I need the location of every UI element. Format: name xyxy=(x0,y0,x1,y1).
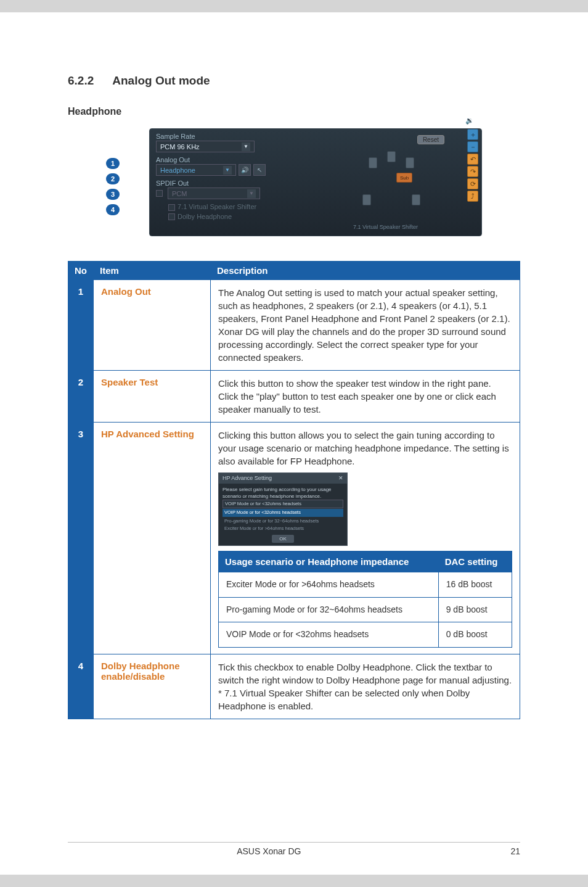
plus-icon[interactable]: ＋ xyxy=(467,129,478,140)
table-row: Pro-gaming Mode or for 32~64ohms headset… xyxy=(219,597,512,622)
close-icon[interactable]: ✕ xyxy=(338,474,343,482)
virtual-speaker-shifter-option[interactable]: 7.1 Virtual Speaker Shifter xyxy=(168,203,329,211)
page-footer: ASUS Xonar DG 21 xyxy=(0,846,588,856)
dialog-option[interactable]: Pro-gaming Mode or for 32~64ohms headset… xyxy=(223,518,343,526)
row-no: 3 xyxy=(68,423,94,654)
spdif-checkbox[interactable] xyxy=(156,190,163,197)
speaker-ls-icon[interactable] xyxy=(362,194,371,205)
chevron-down-icon: ▼ xyxy=(223,166,232,175)
diagram-caption: 7.1 Virtual Speaker Shifter xyxy=(353,224,418,230)
dialog-text: Please select gain tuning according to y… xyxy=(223,486,343,500)
spdif-out-dropdown[interactable]: PCM ▼ xyxy=(168,188,260,199)
subwoofer-icon[interactable]: Sub xyxy=(396,173,412,183)
analog-out-dropdown[interactable]: Headphone ▼ xyxy=(156,164,236,176)
sample-rate-dropdown[interactable]: PCM 96 KHz ▼ xyxy=(156,141,255,152)
row-no: 4 xyxy=(68,654,94,719)
dialog-selected-option[interactable]: VOIP Mode or for <32ohms headsets xyxy=(223,509,343,517)
sample-rate-label: Sample Rate xyxy=(156,133,329,140)
reset-button[interactable]: Reset xyxy=(417,135,444,144)
chevron-down-icon: ▼ xyxy=(242,142,250,151)
col-description: Description xyxy=(211,262,520,280)
inner-col-dac: DAC setting xyxy=(438,551,512,572)
table-row: VOIP Mode or for <32ohms headsets 0 dB b… xyxy=(219,622,512,648)
inner-col-scenario: Usage scenario or Headphone impedance xyxy=(219,551,439,572)
footer-page-number: 21 xyxy=(510,846,520,856)
feature-table: No Item Description 1 Analog Out The Ana… xyxy=(68,261,520,719)
col-item: Item xyxy=(94,262,211,280)
table-row: Exciter Mode or for >64ohms headsets 16 … xyxy=(219,572,512,598)
section-heading: 6.2.2 Analog Out mode xyxy=(68,74,520,88)
section-number: 6.2.2 xyxy=(68,74,94,88)
section-title: Analog Out mode xyxy=(112,74,210,88)
speaker-diagram: Sub 7.1 Virtual Speaker Shifter xyxy=(335,151,475,225)
volume-icon: 🔉 xyxy=(465,117,475,125)
speaker-test-icon[interactable]: 🔊 xyxy=(239,164,251,176)
speaker-c-icon[interactable] xyxy=(387,151,396,162)
ok-button[interactable]: OK xyxy=(272,535,294,543)
callout-3: 3 xyxy=(106,189,120,200)
speaker-r-icon[interactable] xyxy=(406,157,414,168)
audio-panel-screenshot: Sample Rate PCM 96 KHz ▼ Analog Out Head… xyxy=(149,128,482,236)
row-item: Analog Out xyxy=(94,280,211,371)
subsection-title: Headphone xyxy=(68,106,520,117)
callout-1: 1 xyxy=(106,158,120,169)
analog-out-label: Analog Out xyxy=(156,156,329,163)
footer-product: ASUS Xonar DG xyxy=(237,846,301,856)
table-row: 4 Dolby Headphone enable/disable Tick th… xyxy=(68,654,520,719)
dac-setting-table: Usage scenario or Headphone impedance DA… xyxy=(218,551,512,648)
chevron-down-icon: ▼ xyxy=(247,189,256,198)
table-row: 3 HP Advanced Setting Clicking this butt… xyxy=(68,423,520,654)
row-desc: Click this button to show the speaker te… xyxy=(211,371,520,423)
top-bar xyxy=(0,0,588,12)
spdif-out-label: SPDIF Out xyxy=(156,179,329,187)
callout-4: 4 xyxy=(106,204,120,215)
footer-divider xyxy=(68,842,520,843)
row-no: 1 xyxy=(68,280,94,371)
speaker-rs-icon[interactable] xyxy=(412,194,420,205)
row-item: Dolby Headphone enable/disable xyxy=(94,654,211,719)
dialog-option[interactable]: Exciter Mode or for >64ohms headsets xyxy=(223,525,343,533)
table-row: 2 Speaker Test Click this button to show… xyxy=(68,371,520,423)
speaker-l-icon[interactable] xyxy=(369,157,377,168)
dialog-title: HP Advance Setting xyxy=(223,474,272,482)
dialog-dropdown[interactable]: VOIP Mode or for <32ohms headsets xyxy=(223,500,343,509)
table-row: 1 Analog Out The Analog Out setting is u… xyxy=(68,280,520,371)
callout-2: 2 xyxy=(106,173,120,184)
row-desc: Clicking this button allows you to selec… xyxy=(211,423,520,654)
row-desc: The Analog Out setting is used to match … xyxy=(211,280,520,371)
bottom-bar xyxy=(0,875,588,887)
row-item: Speaker Test xyxy=(94,371,211,423)
callout-markers: 1 2 3 4 xyxy=(106,128,149,220)
row-item: HP Advanced Setting xyxy=(94,423,211,654)
col-no: No xyxy=(68,262,94,280)
row-no: 2 xyxy=(68,371,94,423)
hp-advance-dialog: HP Advance Setting ✕ Please select gain … xyxy=(218,472,348,546)
hp-advanced-icon[interactable]: ↖ xyxy=(253,164,266,176)
dolby-headphone-option[interactable]: Dolby Headphone xyxy=(168,213,329,221)
row-desc: Tick this checkbox to enable Dolby Headp… xyxy=(211,654,520,719)
